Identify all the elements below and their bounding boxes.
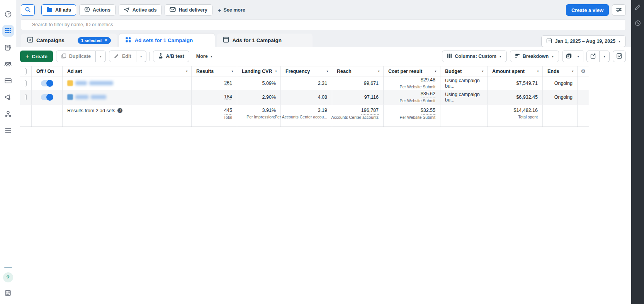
summary-reach-link[interactable]: 196,787 [361,107,379,115]
create-button[interactable]: + Create [20,51,53,62]
breakdown-button[interactable]: Breakdown ▼ [510,51,559,62]
col-ad-set[interactable]: Ad set▼ [63,66,192,76]
ads-megaphone-icon[interactable] [2,91,14,103]
history-clock-icon[interactable] [634,19,642,27]
charts-button[interactable] [613,51,626,62]
business-assets-icon[interactable] [2,108,14,120]
sort-caret-icon[interactable]: ▼ [185,70,188,73]
sort-caret-icon[interactable]: ▼ [326,70,329,73]
pages-reports-icon[interactable] [2,42,14,53]
filter-had-delivery[interactable]: Had delivery [165,4,212,16]
duplicate-split-button: Duplicate ▼ [56,51,106,62]
edit-split-button: Edit ▼ [109,51,146,62]
edit-button[interactable]: Edit [109,51,136,62]
campaign-flag-icon [27,37,33,44]
ad-set-toggle-on[interactable] [41,80,53,86]
create-view-button[interactable]: Create a view [566,4,609,16]
sort-caret-icon[interactable]: ▼ [231,70,234,73]
export-icon [590,53,596,60]
summary-label: Results from 2 ad sets [67,108,115,113]
row-checkbox[interactable] [25,94,27,100]
col-landing-cvr[interactable]: Landing CVR▼ [237,66,281,76]
updates-news-icon[interactable] [2,287,14,299]
summary-row: Results from 2 ad sets i 445Total 3.91%P… [20,104,589,127]
tab-ads[interactable]: Ads for 1 Campaign [217,34,313,47]
ab-test-button[interactable]: A/B test [153,51,189,62]
view-settings-button[interactable] [612,4,626,16]
filter-active-ads[interactable]: Active ads [119,4,162,16]
summary-results-link[interactable]: 445 [224,107,232,115]
ad-sets-grid-icon [125,37,131,44]
export-more-options[interactable]: ▼ [600,51,610,62]
duplicate-more-options[interactable]: ▼ [96,51,106,62]
clear-selection-icon[interactable]: ✕ [104,38,107,42]
search-filter-button[interactable] [21,4,35,16]
ad-set-name-redacted[interactable] [63,90,192,105]
col-frequency[interactable]: Frequency▼ [281,66,332,76]
col-amount-spent[interactable]: Amount spent▼ [488,66,543,76]
edit-pencil-icon[interactable] [634,3,642,11]
cost-per-result-link[interactable]: $29.48 [421,76,435,84]
ad-set-toggle-on[interactable] [41,94,53,100]
see-more-button[interactable]: + See more [216,7,248,14]
gear-icon[interactable]: ⚙ [581,68,586,74]
all-tools-menu-icon[interactable] [2,125,14,136]
col-budget[interactable]: Budget▼ [440,66,488,76]
more-button[interactable]: More ▼ [194,54,215,59]
ad-set-thumb-icon [67,94,73,100]
campaigns-nav-icon[interactable] [2,25,14,37]
col-results[interactable]: Results▼ [192,66,237,76]
table-header-row: Off / On Ad set▼ Results▼ Landing CVR▼ F… [20,66,589,76]
folder-icon [46,7,53,14]
send-icon [124,7,130,14]
help-button[interactable]: ? [3,272,13,282]
plus-icon: + [25,53,29,60]
results-link[interactable]: 184 [224,94,232,100]
filter-actions[interactable]: Actions [79,4,116,16]
date-range-picker[interactable]: Jan 1, 2025 – Aug 19, 2025 ▼ [541,35,626,47]
table-row: 261 5.09% 2.31 99,671 $29.48Per Website … [20,76,589,90]
duplicate-button[interactable]: Duplicate [56,51,96,62]
action-toolbar: + Create Duplicate ▼ Edit ▼ A/B [16,47,631,66]
reports-button[interactable]: ▼ [562,51,583,62]
toolbar-divider [150,52,150,61]
calendar-icon [546,38,552,45]
toolbar-divider [38,6,38,14]
edit-more-options[interactable]: ▼ [136,51,146,62]
sort-caret-icon[interactable]: ▼ [537,70,539,73]
col-ends[interactable]: Ends▼ [543,66,578,76]
col-cost-per-result[interactable]: Cost per result▼ [384,66,440,76]
filter-bar: All ads Actions Active ads Had delivery … [21,4,626,16]
chevron-down-icon: ▼ [499,55,502,58]
ad-set-name-redacted[interactable] [63,76,192,91]
audiences-icon[interactable] [2,58,14,70]
summary-cost-link[interactable]: $32.55 [421,107,435,115]
sort-caret-icon[interactable]: ▼ [275,70,277,73]
tab-campaigns[interactable]: Campaigns 1 selected ✕ [21,34,117,47]
export-button[interactable] [586,51,600,62]
ad-sets-table: Off / On Ad set▼ Results▼ Landing CVR▼ F… [20,66,589,127]
sort-caret-icon[interactable]: ▼ [434,70,437,73]
columns-icon [447,53,452,59]
sort-caret-icon[interactable]: ▼ [571,70,574,73]
chevron-down-icon: ▼ [140,55,143,58]
chevron-down-icon: ▼ [99,55,102,58]
chevron-down-icon: ▼ [210,55,213,58]
filter-label: Had delivery [178,7,207,13]
select-all-checkbox[interactable] [25,68,27,74]
col-settings: ⚙ [578,66,589,76]
billing-icon[interactable] [2,75,14,86]
columns-button[interactable]: Columns: Custom ▼ [442,51,507,62]
filter-all-ads[interactable]: All ads [41,4,76,16]
sort-caret-icon[interactable]: ▼ [377,70,380,73]
row-checkbox[interactable] [25,80,27,86]
sort-caret-icon[interactable]: ▼ [481,70,484,73]
reports-split-button: ▼ [562,51,583,62]
account-overview-icon[interactable] [2,8,14,20]
tab-ad-sets[interactable]: Ad sets for 1 Campaign [119,34,215,47]
info-icon[interactable]: i [117,108,122,113]
results-link[interactable]: 261 [224,80,232,86]
cost-per-result-link[interactable]: $35.62 [421,90,435,98]
col-reach[interactable]: Reach▼ [332,66,384,76]
table-search-input[interactable] [21,19,626,30]
